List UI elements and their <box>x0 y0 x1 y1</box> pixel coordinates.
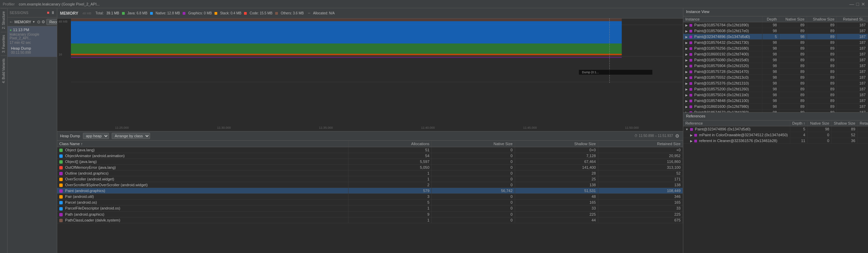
ref-col-native[interactable]: Native Size <box>807 121 831 126</box>
memory-dropdown-icon[interactable]: ▼ <box>32 20 35 24</box>
instance-scroll[interactable]: Instance Depth Native Size Shallow Size <box>683 16 868 112</box>
instance-row[interactable]: ▶ Paint@318575200 (0x12fd1260) 98 89 89 … <box>683 86 868 92</box>
memory-stats: Total: 39.1 MB Java: 6.8 MB Native: 12.8… <box>96 11 335 15</box>
minimize-btn[interactable]: — <box>849 1 854 7</box>
instance-icon <box>689 41 692 44</box>
instance-row[interactable]: ▶ Paint@318576256 (0x12fd1680) 98 89 89 … <box>683 46 868 51</box>
native-size-cell: 0 <box>432 194 515 200</box>
instance-row[interactable]: ▶ Paint@318600192 (0x12fd7400) 98 89 89 … <box>683 51 868 57</box>
arrange-by-dropdown[interactable]: Arrange by class <box>112 133 150 139</box>
class-table-area[interactable]: Class Name ↑ Allocations Native Size Sha… <box>57 141 683 253</box>
col-allocations[interactable]: Allocations <box>349 141 432 147</box>
inst-retained-cell: 187 <box>837 98 868 104</box>
instance-row[interactable]: ▶ Paint@318575376 (0x12fd1310) 98 89 89 … <box>683 80 868 86</box>
col-class-name[interactable]: Class Name ↑ <box>57 141 349 147</box>
table-row[interactable]: Paint (android.graphics) 579 56,742 51,5… <box>57 188 683 194</box>
stop-btn[interactable]: ■ <box>47 10 50 15</box>
reference-row[interactable]: ▼ Paint@323474896 (0x1347d5d0) 5 98 89 1… <box>683 126 868 132</box>
total-value: 39.1 MB <box>106 11 119 15</box>
reference-row[interactable]: ▶ mPaint in ColorDrawable@323474512 (0x1… <box>683 132 868 138</box>
instance-row[interactable]: ▶ Paint@318574848 (0x12fd1100) 98 89 89 … <box>683 98 868 104</box>
table-row[interactable]: OverScroller$SplineOverScroller (android… <box>57 182 683 188</box>
depth-cell: 98 <box>762 92 779 98</box>
depth-cell: 98 <box>762 80 779 86</box>
col-retained-size[interactable]: Retained Size <box>598 141 683 147</box>
pause-btn[interactable]: ⏸ <box>51 10 55 15</box>
instance-row[interactable]: ▶ Paint@318576080 (0x12fd15d0) 98 89 89 … <box>683 57 868 63</box>
native-size-cell: 0 <box>432 176 515 182</box>
instance-row[interactable]: ▶ Paint@318576784 (0x12fd1890) 98 89 89 … <box>683 22 868 28</box>
back-btn[interactable]: ← <box>9 19 13 24</box>
col-shallow-size[interactable]: Shallow Size <box>515 141 598 147</box>
reference-row[interactable]: ▶ referent in Cleaner@323361576 (0x13461… <box>683 138 868 144</box>
instance-row[interactable]: ▶ Paint@318576608 (0x12fd17e0) 98 89 89 … <box>683 28 868 34</box>
table-row[interactable]: ObjectAnimator (android.animation) 54 0 … <box>57 153 683 159</box>
sidebar-tab-favorites[interactable]: 3: Favorites <box>1 32 7 55</box>
inst-col-retained[interactable]: Retained Si... <box>837 16 868 22</box>
refs-scroll[interactable]: Reference Depth ↑ Native Size Shallow Si… <box>683 121 868 253</box>
table-row[interactable]: PathClassLoader (dalvik.system) 1 0 44 6… <box>57 217 683 223</box>
table-row[interactable]: Parcel (android.os) 5 0 165 165 <box>57 200 683 205</box>
allocations-cell: 1 <box>349 205 432 211</box>
instance-row[interactable]: ▶ Paint@318601600 (0x12fd7980) 98 89 89 … <box>683 104 868 110</box>
instance-icon <box>689 47 692 50</box>
instance-row[interactable]: ▶ Paint@318575552 (0x12fd13c0) 98 89 89 … <box>683 75 868 80</box>
inst-col-instance[interactable]: Instance <box>683 16 762 22</box>
app-heap-dropdown[interactable]: app heap <box>83 133 109 139</box>
heap-dump-item[interactable]: Heap Dump 00:11:50.898 <box>10 45 55 55</box>
svg-rect-0 <box>71 18 622 21</box>
instance-cell: ▶ Paint@318575024 (0x12fd11b0) <box>683 92 762 98</box>
instance-row[interactable]: ▶ Paint@318575728 (0x12fd1470) 98 89 89 … <box>683 69 868 75</box>
native-size-cell: 0 <box>432 153 515 159</box>
table-row[interactable]: Object (java.lang) 51 0 0+0 +0 <box>57 147 683 153</box>
ref-col-retained[interactable]: Retained Size <box>857 121 868 126</box>
inst-shallow-cell: 89 <box>807 51 836 57</box>
table-row[interactable]: OverScroller (android.widget) 1 0 25 171 <box>57 176 683 182</box>
filter-button[interactable]: ⚙ <box>674 133 680 139</box>
inst-col-native[interactable]: Native Size <box>779 16 807 22</box>
session-item-1[interactable]: ● 11:13 PM leakcanary (Google Pixel_2_AP… <box>8 26 57 57</box>
close-btn[interactable]: ✕ <box>861 1 865 7</box>
ref-col-shallow[interactable]: Shallow Size <box>831 121 857 126</box>
memory-chart[interactable]: 48 MB 16 <box>57 18 683 131</box>
class-name-cell: OverScroller$SplineOverScroller (android… <box>57 182 349 188</box>
settings-btn[interactable]: ⚙ <box>41 20 45 24</box>
instance-cell: ▶ Paint@318575200 (0x12fd1260) <box>683 86 762 92</box>
table-row[interactable]: Outline (android.graphics) 1 0 28 52 <box>57 170 683 176</box>
class-name-cell: PathClassLoader (dalvik.system) <box>57 217 349 223</box>
inst-shallow-cell: 89 <box>807 80 836 86</box>
instance-icon <box>689 100 692 102</box>
inst-native-cell: 89 <box>779 92 807 98</box>
restore-btn[interactable]: □ <box>856 1 859 7</box>
svg-rect-3 <box>71 54 622 55</box>
sidebar-tab-build-variants[interactable]: 4: Build Variants <box>1 55 7 86</box>
inst-retained-cell: 187 <box>837 63 868 69</box>
inst-col-shallow[interactable]: Shallow Size <box>807 16 836 22</box>
ref-icon <box>694 140 697 142</box>
instance-row[interactable]: ▶ Paint@323474896 (0x1347d5d0) 5 98 89 1… <box>683 34 868 40</box>
instance-row[interactable]: ▶ Paint@318576432 (0x12fd1730) 98 89 89 … <box>683 40 868 46</box>
sidebar-tab-structure[interactable]: 2: Structure <box>1 8 7 32</box>
ref-col-reference[interactable]: Reference <box>683 121 790 126</box>
instance-row[interactable]: ▶ Paint@318575904 (0x12fd1520) 98 89 89 … <box>683 63 868 69</box>
native-size-cell: 0 <box>432 205 515 211</box>
table-row[interactable]: Object[] (java.lang) 5,597 0 67,464 116,… <box>57 159 683 164</box>
retained-size-cell: 33 <box>598 205 683 211</box>
sessions-label: SESSIONS <box>10 11 28 15</box>
class-name-cell: Outline (android.graphics) <box>57 170 349 176</box>
instance-row[interactable]: ▶ Paint@318574672 (0x12fd1050) 98 89 89 … <box>683 110 868 113</box>
class-color-icon <box>59 149 63 152</box>
inst-retained-cell: 187 <box>837 34 868 40</box>
capture-btn[interactable]: ⊙ <box>37 20 40 24</box>
ref-col-depth[interactable]: Depth ↑ <box>790 121 807 126</box>
table-row[interactable]: OutOfMemoryError (java.lang) 5,050 0 141… <box>57 164 683 170</box>
table-row[interactable]: ParcelFileDescriptor (android.os) 1 0 33… <box>57 205 683 211</box>
memory-btn[interactable]: MEMORY <box>14 20 31 24</box>
inst-col-depth[interactable]: Depth <box>762 16 779 22</box>
table-row[interactable]: Path (android.graphics) 9 0 225 225 <box>57 211 683 217</box>
inst-native-cell: 89 <box>779 80 807 86</box>
table-row[interactable]: Pair (android.util) 3 0 48 346 <box>57 194 683 200</box>
col-native-size[interactable]: Native Size <box>432 141 515 147</box>
instance-row[interactable]: ▶ Paint@318575024 (0x12fd11b0) 98 89 89 … <box>683 92 868 98</box>
depth-cell: 98 <box>762 98 779 104</box>
